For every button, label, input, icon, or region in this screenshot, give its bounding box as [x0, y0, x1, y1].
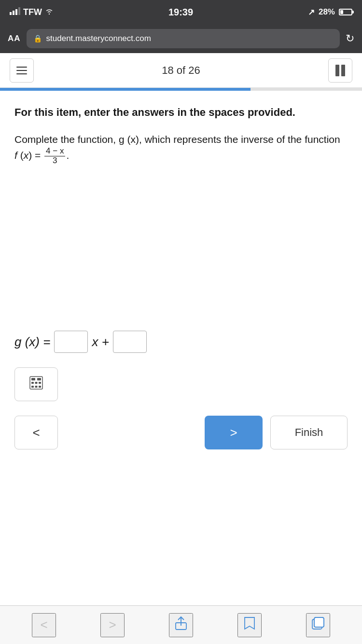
safari-forward-button[interactable]: > — [100, 613, 125, 637]
tabs-icon — [312, 617, 324, 633]
hamburger-line-2 — [16, 70, 27, 71]
answer-input-coefficient[interactable] — [54, 331, 88, 353]
answer-area: g (x) = x + — [0, 331, 362, 363]
svg-rect-1 — [13, 11, 14, 15]
browser-url-bar[interactable]: 🔒 student.masteryconnect.com — [27, 29, 340, 48]
safari-bookmarks-button[interactable] — [237, 613, 262, 637]
svg-rect-2 — [15, 9, 17, 15]
col-bar-1 — [335, 65, 339, 76]
svg-rect-7 — [31, 382, 34, 384]
svg-rect-9 — [39, 382, 41, 384]
back-icon: < — [32, 425, 40, 440]
col-bar-2 — [341, 65, 345, 76]
svg-rect-11 — [35, 386, 38, 388]
battery-icon — [339, 9, 352, 15]
safari-back-icon: < — [40, 617, 47, 632]
question-section: For this item, enter the answers in the … — [0, 91, 362, 331]
url-text: student.masteryconnect.com — [46, 34, 151, 43]
hamburger-line-3 — [16, 73, 27, 74]
svg-rect-6 — [37, 378, 41, 380]
status-right: ↗ 28% — [308, 7, 352, 17]
progress-bar-fill — [0, 88, 251, 91]
svg-rect-0 — [10, 12, 12, 15]
signal-bars — [10, 7, 20, 17]
status-left: TFW — [10, 7, 54, 17]
finish-button[interactable]: Finish — [270, 416, 348, 449]
nav-buttons: < > Finish — [0, 411, 362, 464]
function-label: f (x) = 4 − x 3 . — [14, 150, 69, 161]
location-icon: ↗ — [308, 7, 315, 17]
calculator-section — [0, 363, 362, 411]
time-display: 19:39 — [168, 7, 193, 18]
reload-button[interactable]: ↻ — [346, 32, 354, 45]
fraction-numerator: 4 − x — [44, 147, 65, 156]
period: . — [66, 150, 69, 161]
next-icon: > — [230, 425, 237, 440]
question-text: Complete the function, g (x), which repr… — [14, 132, 348, 166]
safari-bottom-bar: < > — [0, 605, 362, 644]
safari-forward-icon: > — [109, 617, 116, 632]
carrier-label: TFW — [23, 7, 42, 17]
browser-bar: AA 🔒 student.masteryconnect.com ↻ — [0, 24, 362, 53]
svg-rect-8 — [35, 382, 38, 384]
browser-aa-button[interactable]: AA — [8, 34, 21, 43]
answer-prefix: g (x) = — [14, 335, 50, 350]
content-spacer — [0, 464, 362, 605]
wifi-icon — [45, 7, 54, 17]
columns-button[interactable] — [328, 58, 352, 83]
top-nav: 18 of 26 — [0, 53, 362, 88]
progress-bar-container — [0, 88, 362, 91]
instruction-text: For this item, enter the answers in the … — [14, 105, 348, 120]
battery-percent: 28% — [319, 7, 335, 17]
back-button[interactable]: < — [14, 416, 58, 449]
safari-share-button[interactable] — [169, 613, 193, 637]
fraction-denominator: 3 — [51, 156, 58, 166]
answer-input-constant[interactable] — [113, 331, 147, 353]
bookmarks-icon — [243, 616, 256, 633]
next-button[interactable]: > — [205, 416, 263, 449]
safari-back-button[interactable]: < — [32, 613, 56, 637]
safari-tabs-button[interactable] — [306, 613, 330, 637]
calculator-icon — [29, 376, 43, 393]
status-bar: TFW 19:39 ↗ 28% — [0, 0, 362, 24]
lock-icon: 🔒 — [33, 34, 42, 43]
hamburger-button[interactable] — [10, 58, 34, 83]
svg-rect-10 — [31, 386, 34, 388]
calculator-button[interactable] — [14, 367, 58, 401]
main-content: 18 of 26 For this item, enter the answer… — [0, 53, 362, 605]
share-icon — [175, 616, 187, 634]
svg-rect-5 — [31, 378, 35, 380]
svg-rect-3 — [18, 7, 20, 15]
svg-rect-15 — [314, 617, 324, 627]
hamburger-line-1 — [16, 67, 27, 68]
question-prompt: Complete the function, g (x), which repr… — [14, 134, 340, 145]
math-fraction: 4 − x 3 — [44, 147, 65, 165]
answer-x-label: x + — [92, 335, 109, 350]
progress-label: 18 of 26 — [162, 64, 200, 77]
svg-rect-12 — [39, 386, 41, 388]
